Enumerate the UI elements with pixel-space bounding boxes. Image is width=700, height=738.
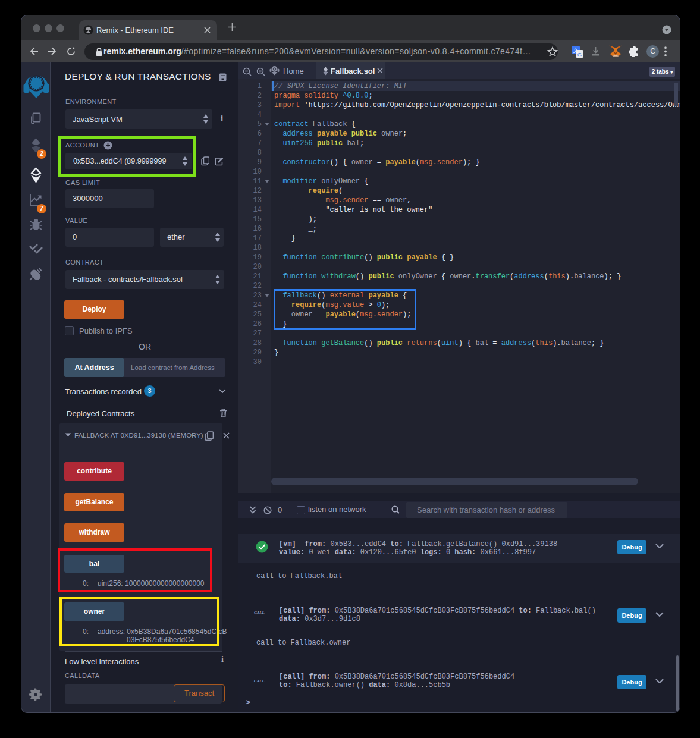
svg-text:G: G (577, 51, 582, 58)
